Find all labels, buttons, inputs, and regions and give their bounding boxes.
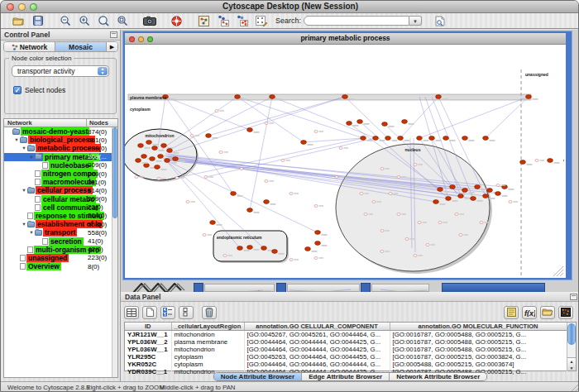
tab-node-attribute-browser[interactable]: Node Attribute Browser [214, 373, 303, 380]
minimized-window-zigzag[interactable] [132, 283, 189, 292]
network-node[interactable] [438, 188, 443, 192]
delete-attribute-trash-icon[interactable] [202, 306, 217, 319]
network-node[interactable] [155, 165, 160, 170]
tab-mosaic[interactable]: Mosaic [55, 42, 107, 51]
select-nodes-checkbox[interactable]: ✓ [13, 86, 22, 94]
network-node[interactable] [462, 136, 468, 141]
table-cell[interactable]: mitochondrion [171, 346, 244, 353]
network-node-small[interactable] [459, 234, 462, 237]
network-node-small[interactable] [335, 176, 338, 179]
network-node-small[interactable] [414, 255, 417, 257]
annotation-export-icon[interactable] [233, 14, 251, 28]
network-node-small[interactable] [265, 122, 268, 125]
network-node[interactable] [235, 95, 241, 99]
network-node[interactable] [141, 155, 147, 159]
network-node[interactable] [146, 141, 152, 145]
network-node[interactable] [167, 149, 173, 153]
network-node-small[interactable] [203, 234, 206, 237]
network-node[interactable] [136, 159, 141, 163]
canvas-resize-grip[interactable] [560, 273, 563, 276]
table-column-header[interactable]: ID [125, 323, 171, 331]
network-node[interactable] [152, 146, 158, 151]
network-node[interactable] [402, 120, 408, 124]
network-node-small[interactable] [426, 244, 429, 246]
network-node[interactable] [487, 189, 493, 193]
unselect-attributes-icon[interactable] [179, 306, 194, 319]
network-node[interactable] [261, 246, 267, 251]
minimized-window-strip[interactable] [287, 284, 360, 292]
annotation-import-icon[interactable] [214, 14, 232, 28]
network-node[interactable] [429, 136, 435, 141]
network-node[interactable] [264, 200, 270, 204]
enhanced-search-icon[interactable] [431, 14, 448, 28]
network-node[interactable] [150, 157, 156, 161]
tree-column-network[interactable]: Network [7, 119, 32, 127]
network-node[interactable] [443, 136, 449, 141]
tree-scrollbar-thumb[interactable] [112, 127, 117, 218]
network-node-small[interactable] [175, 177, 179, 179]
network-node[interactable] [231, 192, 237, 196]
tree-row[interactable]: ▼cellular process614(0) [4, 186, 117, 194]
network-node-small[interactable] [314, 205, 318, 208]
tree-row[interactable]: response to stimulu264(0) [4, 212, 117, 220]
network-node[interactable] [458, 194, 464, 198]
network-node[interactable] [247, 246, 253, 250]
network-node-small[interactable] [204, 176, 208, 179]
network-node-small[interactable] [265, 180, 268, 183]
minimized-window-button[interactable] [361, 283, 371, 292]
table-cell[interactable]: YLR295C [125, 353, 171, 361]
network-node-small[interactable] [339, 147, 342, 150]
network-node[interactable] [446, 197, 452, 201]
tree-row[interactable]: unassigned223(0) [4, 254, 117, 262]
table-column-header[interactable]: annotation.GO CELLULAR_COMPONENT [244, 323, 390, 331]
network-node-small[interactable] [372, 201, 376, 203]
table-cell[interactable]: YPL036W__1 [125, 346, 171, 353]
table-cell[interactable]: plasma membrane [171, 338, 244, 346]
network-node[interactable] [433, 200, 439, 204]
table-cell[interactable]: [GO:0005488, GO:0005215, GO:0003674] [390, 361, 567, 368]
tree-row[interactable]: ▼primary metabo209(... [4, 153, 117, 161]
tree-row[interactable]: mosaic-demo-yeast874(0) [4, 127, 117, 136]
vizmapper-icon[interactable] [195, 14, 213, 28]
network-window-titlebar[interactable]: primary metabolic process [125, 33, 566, 45]
tree-row[interactable]: ▼transport558(0) [4, 228, 117, 237]
network-node[interactable] [270, 95, 275, 99]
network-canvas[interactable]: plasma membranecytoplasmmitochondrionnuc… [125, 45, 564, 278]
tree-row[interactable]: macromolecule311(0) [4, 178, 117, 186]
disclosure-triangle[interactable]: ▼ [21, 222, 27, 227]
table-cell[interactable]: [GO:0016787, GO:0005215, GO:0003824, G..… [390, 353, 567, 361]
minimized-window-button[interactable] [276, 283, 286, 292]
search-input[interactable] [304, 16, 409, 26]
disclosure-triangle[interactable]: ▼ [21, 188, 27, 193]
table-cell[interactable]: cytoplasm [171, 361, 244, 368]
network-node[interactable] [237, 246, 243, 251]
network-node[interactable] [471, 197, 476, 201]
table-row[interactable]: YLR295Ccytoplasm[GO:0045263, GO:0044464,… [125, 353, 567, 361]
network-node[interactable] [315, 241, 321, 246]
zoom-selected-icon[interactable] [113, 14, 131, 28]
minimized-window-titlebar[interactable] [442, 283, 545, 292]
table-cell[interactable]: YKR052C [125, 361, 171, 368]
network-node[interactable] [548, 159, 553, 163]
disclosure-triangle[interactable]: ▼ [21, 146, 27, 151]
tree-row[interactable]: ▼biological_process651(0) [4, 136, 117, 144]
network-node-small[interactable] [380, 168, 384, 170]
table-cell[interactable]: YPL036W__2 [125, 338, 171, 346]
network-node[interactable] [483, 136, 489, 141]
network-node-small[interactable] [135, 176, 138, 179]
tree-row[interactable]: cellular metabo209(0) [4, 195, 117, 203]
table-cell[interactable]: [GO:0016787, GO:0005488, GO:0005215, G..… [390, 338, 567, 346]
network-node-small[interactable] [389, 193, 392, 195]
network-canvas-svg[interactable]: plasma membranecytoplasmmitochondrionnuc… [125, 45, 564, 278]
import-notes-icon[interactable] [504, 306, 519, 319]
search-dropdown-arrow[interactable]: ▼ [409, 16, 422, 26]
tree-row[interactable]: ▼metabolic process280(0) [4, 144, 117, 152]
network-node-small[interactable] [290, 193, 293, 195]
table-row[interactable]: YPL036W__2plasma membrane[GO:0044464, GO… [125, 338, 567, 346]
network-node-small[interactable] [314, 131, 318, 133]
table-cell[interactable]: [GO:0016787, GO:0005488, GO:0005215, G..… [390, 331, 567, 339]
minimized-window-strip[interactable] [371, 284, 429, 292]
network-node-small[interactable] [215, 110, 218, 112]
tab-network[interactable]: Network [4, 42, 55, 51]
network-node-small[interactable] [223, 255, 227, 257]
